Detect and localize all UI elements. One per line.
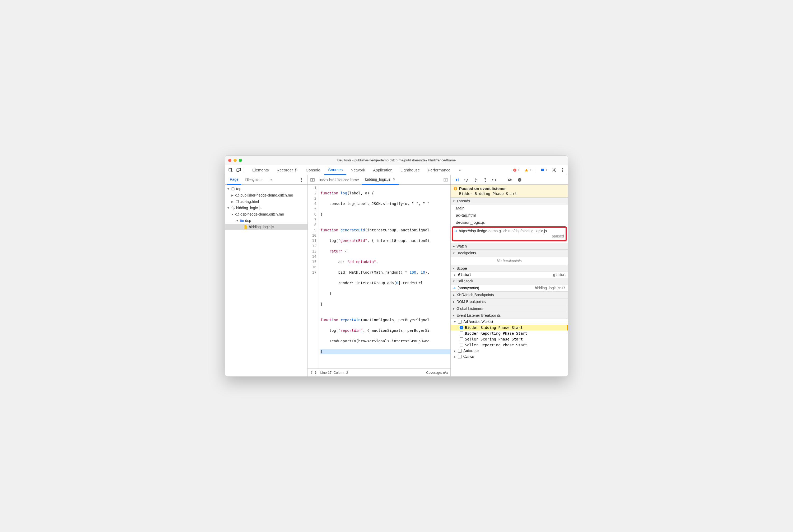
svg-rect-12 (236, 200, 238, 203)
svg-point-4 (554, 169, 555, 171)
checkbox-checked[interactable]: ✓ (460, 326, 463, 329)
tab-elements[interactable]: Elements (249, 165, 272, 175)
navigator-tabs: Page Filesystem (225, 175, 307, 185)
warnings-pill[interactable]: 1 (523, 168, 533, 172)
tab-application[interactable]: Application (369, 165, 396, 175)
tree-origin-dsp[interactable]: ▼ dsp-fledge-demo.glitch.me (225, 211, 307, 217)
tree-folder-dsp[interactable]: ▼ dsp (225, 217, 307, 224)
info-icon (453, 187, 457, 191)
ev-item-seller-reporting[interactable]: Seller Reporting Phase Start (451, 342, 568, 348)
code-body[interactable]: function log(label, o) { console.log(lab… (319, 185, 450, 368)
svg-point-22 (518, 178, 521, 182)
svg-rect-23 (519, 179, 519, 181)
section-watch[interactable]: ▶Watch (451, 243, 568, 250)
line-gutter: 1234567891011121314151617 (308, 185, 319, 368)
thread-decision[interactable]: decision_logic.js (451, 219, 568, 226)
section-dom[interactable]: ▶DOM Breakpoints (451, 298, 568, 305)
current-thread-arrow-icon: ➔ (454, 229, 457, 233)
file-icon (244, 225, 248, 229)
chevron-down-icon: ▼ (227, 188, 230, 190)
section-event-listener-bp[interactable]: ▼Event Listener Breakpoints (451, 312, 568, 319)
thread-adtag[interactable]: ad-tag.html (451, 212, 568, 219)
nav-tab-page[interactable]: Page (227, 175, 241, 185)
debugger-toolbar (451, 175, 568, 185)
pause-on-exception-icon[interactable] (516, 176, 524, 184)
svg-rect-16 (444, 178, 448, 181)
chevron-right-icon: ▶ (231, 200, 234, 203)
callstack-frame[interactable]: ➔ (anonymous) bidding_logic.js:17 (451, 284, 568, 291)
settings-icon[interactable] (550, 166, 558, 174)
inspect-element-icon[interactable] (227, 166, 234, 174)
frame-icon (231, 187, 235, 191)
tree-worklet[interactable]: ▼ bidding_logic.js (225, 205, 307, 211)
close-tab-icon[interactable]: ✕ (393, 177, 396, 182)
device-toolbar-icon[interactable] (234, 166, 243, 174)
section-callstack[interactable]: ▼Call Stack (451, 278, 568, 284)
frame-icon (235, 200, 239, 204)
tab-recorder[interactable]: Recorder (273, 165, 302, 175)
ev-group-animation[interactable]: ▶ Animation (451, 348, 568, 354)
checkbox[interactable] (460, 331, 463, 335)
svg-rect-15 (310, 178, 314, 181)
mixed-checkbox[interactable] (458, 320, 462, 324)
more-editor-tabs-icon[interactable] (442, 176, 449, 184)
scope-global[interactable]: ▶Global global (451, 272, 568, 278)
section-threads[interactable]: ▼Threads (451, 197, 568, 205)
tab-performance[interactable]: Performance (424, 165, 454, 175)
checkbox[interactable] (460, 337, 463, 341)
step-into-icon[interactable] (472, 176, 480, 184)
ev-item-seller-scoring[interactable]: Seller Scoring Phase Start (451, 336, 568, 342)
step-over-icon[interactable] (462, 176, 470, 184)
format-icon[interactable]: { } (310, 370, 317, 375)
editor-tab-bidding[interactable]: bidding_logic.js ✕ (362, 175, 399, 185)
code-editor[interactable]: 1234567891011121314151617 function log(l… (308, 185, 450, 368)
editor-tab-index[interactable]: index.html?fencedframe (316, 175, 362, 185)
nav-kebab-icon[interactable] (298, 176, 305, 184)
deactivate-breakpoints-icon[interactable] (506, 176, 514, 184)
tree-frame-top[interactable]: ▼ top (225, 186, 307, 192)
nav-tab-filesystem[interactable]: Filesystem (242, 175, 265, 185)
ev-group-adauction[interactable]: ▼ Ad Auction Worklet (451, 319, 568, 325)
tab-network[interactable]: Network (347, 165, 369, 175)
errors-pill[interactable]: 1 (511, 168, 522, 172)
ev-item-bidder-reporting[interactable]: Bidder Reporting Phase Start (451, 330, 568, 336)
thread-main[interactable]: Main (451, 205, 568, 212)
checkbox[interactable] (458, 355, 462, 358)
chevron-down-icon: ▼ (227, 207, 230, 209)
separator (244, 167, 244, 173)
step-icon[interactable] (491, 176, 499, 184)
issues-pill[interactable]: 1 (539, 168, 549, 173)
history-back-icon[interactable] (309, 176, 316, 184)
ev-item-bidder-bidding[interactable]: ✓ Bidder Bidding Phase Start (451, 325, 568, 330)
svg-rect-2 (239, 168, 240, 171)
kebab-menu-icon[interactable] (559, 166, 566, 174)
checkbox[interactable] (460, 343, 463, 347)
svg-rect-27 (455, 189, 455, 189)
tree-frame-adtag[interactable]: ▶ ad-tag.html (225, 198, 307, 205)
section-global-listeners[interactable]: ▶Global Listeners (451, 305, 568, 312)
svg-point-13 (232, 207, 233, 208)
checkbox[interactable] (458, 349, 462, 353)
tab-console[interactable]: Console (302, 165, 324, 175)
section-breakpoints[interactable]: ▼Breakpoints (451, 250, 568, 256)
ev-group-canvas[interactable]: ▶ Canvas (451, 354, 568, 360)
tab-lighthouse[interactable]: Lighthouse (397, 165, 423, 175)
step-out-icon[interactable] (481, 176, 489, 184)
cursor-position: Line 17, Column 2 (320, 370, 348, 375)
more-tabs-icon[interactable] (455, 165, 466, 175)
section-xhr[interactable]: ▶XHR/fetch Breakpoints (451, 291, 568, 298)
folder-icon (240, 218, 244, 223)
navigator-pane: Page Filesystem ▼ top ▶ publish (225, 175, 308, 376)
editor-statusbar: { } Line 17, Column 2 Coverage: n/a (308, 368, 450, 376)
resume-icon[interactable] (453, 176, 461, 184)
chevron-right-icon: ▶ (231, 194, 234, 197)
chevron-down-icon: ▼ (231, 213, 234, 216)
tree-origin-pub[interactable]: ▶ publisher-fledge-demo.glitch.me (225, 192, 307, 198)
section-scope[interactable]: ▼Scope (451, 265, 568, 272)
tree-file-bidding-logic[interactable]: bidding_logic.js (225, 224, 307, 230)
tab-sources[interactable]: Sources (324, 165, 346, 175)
nav-tab-more-icon[interactable] (266, 175, 275, 185)
svg-rect-17 (458, 178, 458, 181)
thread-highlighted[interactable]: ➔ https://dsp-fledge-demo.glitch.me/dsp/… (452, 226, 567, 241)
svg-point-18 (466, 181, 467, 182)
